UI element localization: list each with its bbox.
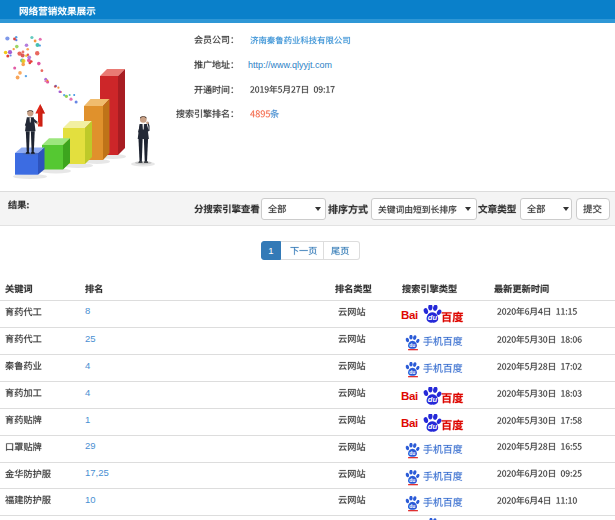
svg-text:du: du <box>428 313 438 322</box>
svg-text:du: du <box>409 342 415 348</box>
svg-text:du: du <box>409 476 415 482</box>
svg-text:du: du <box>428 422 438 431</box>
svg-text:du: du <box>409 503 415 509</box>
svg-text:du: du <box>409 369 415 375</box>
svg-text:du: du <box>409 449 415 455</box>
svg-text:du: du <box>428 395 438 404</box>
